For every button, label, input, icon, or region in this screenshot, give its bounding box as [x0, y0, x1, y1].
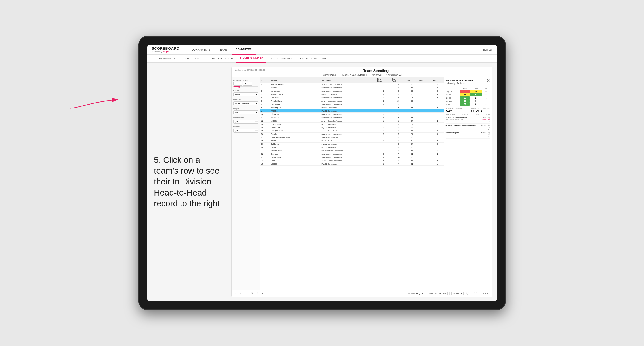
cell-school: Washington: [270, 106, 320, 109]
subnav-player-h2h-grid[interactable]: PLAYER H2H GRID: [266, 55, 295, 62]
table-row[interactable]: 17 East Tennessee State Southern Confere…: [260, 136, 444, 139]
cell-tour: [418, 83, 432, 86]
table-row[interactable]: 8 Washington Pac-12 Conference 2 8 23 1: [260, 106, 444, 109]
undo-button[interactable]: ↩: [234, 291, 238, 295]
wlt-col-loss: Loss: [470, 87, 482, 90]
school-select[interactable]: (All): [234, 129, 258, 133]
cell-conf-rank: 8: [391, 126, 406, 129]
conference-select[interactable]: (All): [234, 120, 258, 124]
grid-button[interactable]: ⋮⋮: [472, 291, 479, 295]
cell-tour: [418, 126, 432, 129]
subnav-team-h2h-grid[interactable]: TEAM H2H GRID: [178, 55, 205, 62]
table-row[interactable]: 11 Arkansas Southeastern Conference 6 8 …: [260, 116, 444, 119]
table-row[interactable]: 2 Auburn Southeastern Conference 1 1 27 …: [260, 86, 444, 89]
toolbar-sep-3: [449, 292, 450, 295]
cell-num: 2: [260, 86, 270, 89]
cell-reg-rank: 2: [376, 106, 391, 109]
table-row[interactable]: 23 Texas A&M Southeastern Conference 9 1…: [260, 156, 444, 159]
table-row[interactable]: 21 New Mexico Mountain West Conference 1…: [260, 149, 444, 153]
sign-out-button[interactable]: Sign out: [479, 48, 492, 51]
nav-teams[interactable]: TEAMS: [214, 45, 232, 55]
layout-button[interactable]: ⊟: [256, 291, 259, 295]
cell-conf-rank: 8: [391, 113, 406, 116]
clock-button[interactable]: ⏱: [268, 292, 272, 295]
cell-win: 1: [432, 159, 443, 163]
cell-reg-rank: 4: [376, 103, 391, 106]
share-button[interactable]: Share: [480, 292, 490, 295]
cell-school: Arizona: [270, 109, 320, 113]
cell-conf-rank: 9: [391, 149, 406, 153]
cell-reg-rank: 1: [376, 149, 391, 153]
table-row[interactable]: 18 Illinois Big Ten Conference 1 9 23 1: [260, 139, 444, 143]
subnav-team-h2h-heatmap[interactable]: TEAM H2H HEATMAP: [205, 55, 236, 62]
back-button[interactable]: ‹: [239, 292, 242, 295]
watch-button[interactable]: 👁 Watch: [451, 292, 464, 295]
table-row[interactable]: 10 Alabama Southeastern Conference 5 8 2…: [260, 113, 444, 116]
table-row[interactable]: 7 Tennessee Southeastern Conference 4 6 …: [260, 103, 444, 106]
table-row[interactable]: 3 Vanderbilt Southeastern Conference 2 8…: [260, 89, 444, 93]
cell-conf: Mountain West Conference: [320, 149, 376, 153]
main-content: 5. Click on a team's row to see their In…: [147, 62, 497, 301]
table-row[interactable]: 25 Oregon Pac-12 Conference 5 7 21 0: [260, 163, 444, 166]
logo-area: SCOREBOARD Powered by clippd: [152, 47, 180, 53]
table-row[interactable]: 6 Florida State Atlantic Coast Conferenc…: [260, 99, 444, 103]
table-row[interactable]: 19 California Pac-12 Conference 4 8 24 2: [260, 143, 444, 146]
slider-thumb[interactable]: [238, 86, 240, 88]
toolbar-sep-1: [248, 292, 248, 295]
cell-rds: 24: [406, 133, 418, 136]
opponents-row: Opponents in division: 99.1% W-L-T recor…: [446, 107, 490, 112]
min-rounds-min-input[interactable]: [234, 82, 242, 86]
tour-name-3: Cabo Collegiate: [446, 132, 459, 134]
cell-conf-rank: 7: [391, 163, 406, 166]
cell-reg-rank: 8: [376, 153, 391, 156]
table-row[interactable]: 12 Virginia Atlantic Coast Conference 3 …: [260, 119, 444, 123]
add-button[interactable]: +: [261, 292, 264, 295]
min-rounds-max-input[interactable]: [243, 82, 252, 86]
table-row[interactable]: 1 North Carolina Atlantic Coast Conferen…: [260, 83, 444, 86]
table-row[interactable]: 24 Duke Atlantic Coast Conference 5 9 27…: [260, 159, 444, 163]
nav-tournaments[interactable]: TOURNAMENTS: [186, 45, 214, 55]
cell-conf-rank: 10: [391, 99, 406, 103]
cell-conf: Big 12 Conference: [320, 126, 376, 129]
table-row[interactable]: 5 Ole Miss Southeastern Conference 3 6 1…: [260, 96, 444, 99]
table-row[interactable]: 13 Texas Tech Big 12 Conference 1 9 27 2: [260, 123, 444, 126]
cell-num: 18: [260, 139, 270, 143]
forward-button[interactable]: ›: [244, 292, 246, 295]
cell-conf-rank: 9: [391, 139, 406, 143]
cell-reg-rank: 1: [376, 83, 391, 86]
tour-score-1: 1: [482, 121, 490, 123]
cell-rds: 23: [406, 83, 418, 86]
save-custom-view-button[interactable]: Save Custom View: [427, 292, 448, 295]
subnav-player-h2h-heatmap[interactable]: PLAYER H2H HEATMAP: [295, 55, 330, 62]
cell-school: California: [270, 143, 320, 146]
table-row[interactable]: 22 Georgia Southeastern Conference 8 7 2…: [260, 153, 444, 156]
cell-conf: Southeastern Conference: [320, 89, 376, 93]
table-row[interactable]: 4 Arizona State Pac-12 Conference 4 3 26…: [260, 93, 444, 96]
cell-num: 15: [260, 129, 270, 133]
table-row[interactable]: 9 Arizona Pac-12 Conference: [260, 109, 444, 113]
subnav-team-summary[interactable]: TEAM SUMMARY: [152, 55, 179, 62]
division-select[interactable]: NCAA Division I: [234, 101, 258, 105]
cell-num: 10: [260, 113, 270, 116]
table-row[interactable]: 14 Oklahoma Big 12 Conference 2 8 24: [260, 126, 444, 129]
region-select[interactable]: N/A: [234, 111, 258, 114]
slider-track: [234, 86, 258, 87]
cell-conf: Southeastern Conference: [320, 86, 376, 89]
cell-reg-rank: 3: [376, 146, 391, 149]
filter-button[interactable]: ⊞: [250, 291, 254, 295]
nav-committee[interactable]: COMMITTEE: [232, 45, 256, 55]
view-original-button[interactable]: 👁 View: Original: [406, 292, 425, 295]
close-button[interactable]: ✕: [487, 79, 490, 82]
top-navigation: SCOREBOARD Powered by clippd TOURNAMENTS…: [147, 45, 497, 55]
cell-reg-rank: 5: [376, 159, 391, 163]
subnav-player-summary[interactable]: PLAYER SUMMARY: [236, 55, 266, 62]
cell-win: [432, 136, 443, 139]
cell-tour: [418, 159, 432, 163]
table-row[interactable]: 20 Texas Big 12 Conference 3 7 20: [260, 146, 444, 149]
gender-select[interactable]: Men's: [234, 92, 258, 96]
cell-school: Oklahoma: [270, 126, 320, 129]
table-row[interactable]: 15 Georgia Tech Atlantic Coast Conferenc…: [260, 129, 444, 133]
comment-button[interactable]: 💬: [466, 291, 470, 295]
table-row[interactable]: 16 Florida Southeastern Conference 7 9 2…: [260, 133, 444, 136]
cell-win: 2: [432, 123, 443, 126]
